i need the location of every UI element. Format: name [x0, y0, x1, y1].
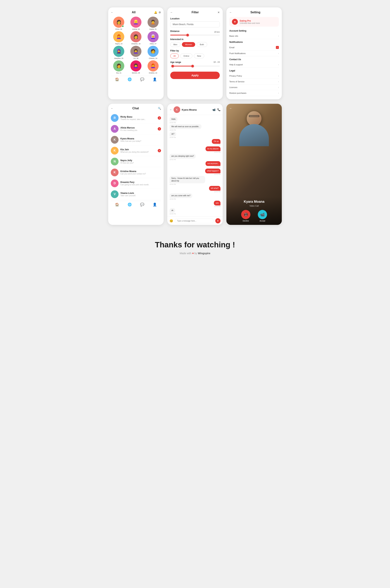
filter-by-group: All Online New — [170, 53, 220, 58]
email-item[interactable]: Email ✓ — [229, 45, 279, 50]
filter-close-icon[interactable]: ✕ — [218, 11, 220, 14]
basic-info-item[interactable]: Basic info › — [229, 33, 279, 39]
decline-button[interactable]: 📵 Decline — [241, 210, 250, 222]
globe-icon-chat[interactable]: 🌐 — [128, 203, 132, 207]
restore-item[interactable]: Restore purchases › — [229, 90, 279, 96]
profile-nayra[interactable]: 👩‍🦰 Nayra, 23 — [111, 31, 127, 45]
filter-icon[interactable]: ⚙ — [159, 11, 161, 14]
privacy-policy-item[interactable]: Privacy Policy › — [229, 73, 279, 79]
video-call-card: ← Kyara Moana Video Call 📵 Decline 📹 Acc… — [226, 104, 282, 225]
profile-alisia[interactable]: 👩‍🦳 Alisia, 27 — [145, 31, 161, 45]
profile-liz[interactable]: 👩‍🦱 Liz, 26 — [128, 46, 144, 59]
privacy-chevron: › — [278, 75, 279, 77]
convo-avatar: K — [174, 106, 180, 113]
chat-item-ricky[interactable]: R Ricky Basu Thanks for request, take ca… — [111, 113, 161, 124]
pro-logo: ♥ — [232, 19, 238, 25]
ricky-badge: 2 — [158, 116, 161, 120]
profile-anima[interactable]: 👱‍♀️ Anima, 19 — [128, 17, 144, 30]
msg-tellwhat: tell what? 10:54 PM — [170, 186, 220, 192]
pill-new[interactable]: New — [194, 53, 204, 58]
video-call-icon[interactable]: 📹 — [212, 108, 215, 111]
setting-back-icon[interactable]: ← — [229, 11, 232, 14]
convo-back-icon[interactable]: ← — [170, 108, 172, 111]
basic-info-chevron: › — [278, 35, 279, 37]
apply-button[interactable]: Apply — [170, 72, 220, 79]
chat-item-nayra[interactable]: N Nayra Jolly Hi how are you? — [111, 156, 161, 167]
pro-banner[interactable]: ♥ Dating Pro Unlimited likes and more — [229, 17, 279, 27]
chat-item-viaana[interactable]: V Viaana Louis Take care yourself. — [111, 189, 161, 200]
pill-online[interactable]: Online — [180, 53, 193, 58]
profile-maryline[interactable]: 🧕 Maryline, 25 — [111, 46, 127, 59]
chat-nav-icon[interactable]: 💬 — [140, 77, 144, 81]
age-row: Age range 18 - 24 — [170, 61, 220, 65]
pill-all[interactable]: All — [170, 53, 179, 58]
age-slider[interactable] — [170, 66, 220, 66]
globe-nav-icon[interactable]: 🌐 — [128, 77, 132, 81]
chat-item-kyara[interactable]: K Kyara Moana Hello how are you today? — [111, 135, 161, 145]
video-back-icon[interactable]: ← — [229, 107, 232, 110]
pill-both[interactable]: Both — [197, 42, 207, 47]
video-bottom-overlay: Kyara Moana Video Call 📵 Decline 📹 Accep… — [226, 197, 282, 225]
home-icon-chat[interactable]: 🏠 — [115, 203, 119, 207]
profile-morren[interactable]: 👩‍🦱 Morren, 28 — [128, 60, 144, 74]
pro-text: Dating Pro Unlimited likes and more — [240, 20, 260, 24]
pill-men[interactable]: Men — [170, 42, 180, 47]
accept-button[interactable]: 📹 Accept — [258, 210, 267, 222]
back-icon[interactable]: ← — [111, 11, 113, 14]
contact-group-title: Contact Us — [229, 58, 279, 61]
chat-icon-chat[interactable]: 💬 — [140, 203, 144, 207]
convo-card: ← K Kyara Moana 📹 📞 Hello 10:50 PM We wi… — [167, 104, 223, 225]
kia-avatar: K — [111, 147, 119, 155]
send-button[interactable]: ➤ — [215, 218, 220, 223]
account-group-title: Account Setting — [229, 30, 279, 32]
convo-actions: 📹 📞 — [212, 108, 220, 111]
setting-screen-card: ← Setting ♥ Dating Pro Unlimited likes a… — [226, 7, 282, 99]
location-input[interactable]: Miami Beach, Florida — [170, 21, 220, 27]
profile-kia[interactable]: 👩 Kia, 21 — [111, 60, 127, 74]
licences-chevron: › — [278, 86, 279, 89]
chat-item-kia[interactable]: K Kia Jain What are you doing this weeke… — [111, 145, 161, 156]
dreamiz-avatar: D — [111, 180, 119, 187]
help-support-item[interactable]: Help & support › — [229, 62, 279, 68]
licences-item[interactable]: Licences › — [229, 85, 279, 90]
profile-chisom[interactable]: 🧑 Chisom, 24 — [145, 46, 161, 59]
bottom-nav: 🏠 🌐 💬 👤 — [111, 76, 161, 82]
chat-list-card: ← Chat 🔍 R Ricky Basu Thanks for request… — [108, 104, 164, 225]
profile-dreamiz[interactable]: 👩 Dreamiz, 18 — [128, 31, 144, 45]
call-type: Video Call — [249, 205, 259, 207]
profile-kristine[interactable]: 👩‍🦰 Kristine, 22 — [145, 60, 161, 74]
bell-icon[interactable]: 🔔 — [154, 11, 157, 14]
email-checkbox[interactable]: ✓ — [276, 46, 279, 49]
terms-item[interactable]: Terms of Service › — [229, 79, 279, 85]
filter-back-icon[interactable]: ← — [170, 11, 173, 14]
push-notif-item[interactable]: Push Notifications › — [229, 50, 279, 56]
header-icons: 🔔 ⚙ — [154, 11, 161, 14]
legal-group-title: Legal — [229, 69, 279, 72]
voice-call-icon[interactable]: 📞 — [217, 108, 220, 111]
chat-search-icon[interactable]: 🔍 — [158, 107, 161, 110]
profile-nav-icon[interactable]: 👤 — [153, 77, 157, 81]
msg-ok-q: ok? 10:50 PM — [170, 132, 220, 138]
profile-erica[interactable]: 👩 Erica, 24 — [111, 17, 127, 30]
filter-screen: ← Filter ✕ Location Miami Beach, Florida… — [167, 7, 223, 82]
kristine-avatar: K — [111, 169, 119, 176]
messages-area: Hello 10:50 PM We will meet as soon as p… — [167, 115, 223, 217]
profile-kyara[interactable]: 🧑‍🦱 Kyara, 21 — [145, 17, 161, 30]
all-title: All — [132, 11, 136, 14]
message-input[interactable] — [175, 219, 214, 223]
home-nav-icon[interactable]: 🏠 — [115, 77, 119, 81]
chat-item-alisia[interactable]: A Alisia Marcus It's nice meeting you. 1 — [111, 124, 161, 135]
ricky-avatar: R — [111, 114, 119, 122]
top-row: ← All 🔔 ⚙ 👩 Erica, 24 👱‍♀️ Anima, 19 — [106, 7, 284, 99]
profile-icon-chat[interactable]: 👤 — [153, 203, 157, 207]
chat-item-kristine[interactable]: K Kristine Moana Can you send your conta… — [111, 167, 161, 178]
chat-back-icon[interactable]: ← — [111, 107, 113, 110]
pill-women[interactable]: Women — [182, 42, 195, 47]
distance-value: 20 km — [214, 31, 220, 33]
distance-slider[interactable] — [170, 35, 220, 36]
interested-label: Interested in — [170, 38, 220, 41]
filter-title: Filter — [192, 11, 199, 14]
chat-item-dreamiz[interactable]: D Dreamiz Pary I am going to new york ne… — [111, 178, 161, 189]
emoji-icon[interactable]: 😊 — [170, 219, 173, 223]
location-label: Location — [170, 17, 220, 20]
